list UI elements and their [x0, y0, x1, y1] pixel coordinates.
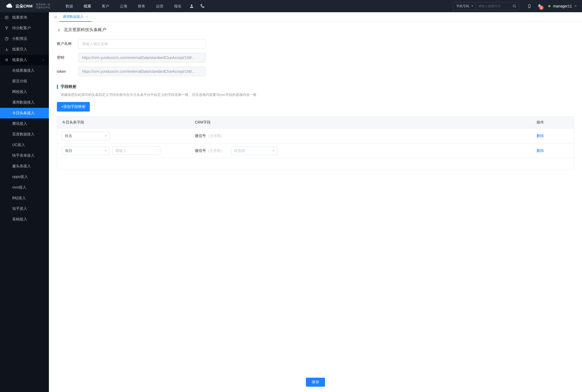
sidebar-sub-item[interactable]: 留言分组	[0, 76, 49, 87]
chevron-down-icon	[575, 6, 577, 8]
notification-badge: 5	[539, 6, 543, 10]
chevron-down-icon	[105, 135, 107, 138]
crm-field-text: 微信号（文本框）	[195, 134, 225, 138]
sidebar-sub-item[interactable]: UC接入	[0, 140, 49, 150]
sidebar-sub-item[interactable]: vivo接入	[0, 182, 49, 193]
delete-link[interactable]: 删除	[537, 148, 544, 153]
sidebar-sub-item[interactable]: 知乎接入	[0, 203, 49, 214]
close-icon[interactable]: ✕	[86, 15, 88, 19]
sidebar-sub-item[interactable]: 快手表单接入	[0, 150, 49, 161]
svg-point-1	[513, 5, 515, 7]
section-bar-icon	[57, 85, 58, 89]
user-menu[interactable]: manager11	[548, 4, 577, 8]
sidebar-icon	[4, 48, 9, 51]
logo-subtitle: 教育机构一站式服务云平台	[33, 3, 50, 9]
logo: 云朵CRM 教育机构一站式服务云平台	[5, 2, 50, 10]
crm-field-text: 微信号（文本框）	[195, 148, 225, 153]
chevron-down-icon	[105, 150, 107, 152]
sidebar-item[interactable]: 分配情况	[0, 33, 49, 44]
sidebar-icon	[4, 16, 9, 19]
sidebar-sub-item[interactable]: 今日头条接入	[0, 108, 49, 118]
tab-bar: 通用数据接入✕	[49, 12, 582, 22]
th-action: 操作	[537, 120, 574, 125]
table-empty-row	[57, 158, 574, 169]
sidebar-item[interactable]: 线索导入	[0, 44, 49, 55]
main-content: 通用数据接入✕ 北京昱新科技头条账户 账户名称 密钥 token	[49, 12, 582, 392]
sidebar: 线索查询待分配客户分配情况线索导入线索接入在线客服接入留言分组网校接入通用数据接…	[0, 12, 49, 392]
chevron-down-icon	[272, 150, 275, 152]
chevron-up-icon	[42, 59, 45, 61]
add-mapping-button[interactable]: +添加字段映射	[57, 102, 90, 112]
sidebar-sub-item[interactable]: 百度数据接入	[0, 129, 49, 140]
page-header: 北京昱新科技头条账户	[57, 27, 574, 33]
section-title: 字段映射	[61, 84, 77, 89]
section-header: 字段映射	[57, 84, 574, 89]
page-content: 北京昱新科技头条账户 账户名称 密钥 token 字段映射 请确保您在此填写的头…	[49, 22, 582, 373]
search-input[interactable]	[476, 4, 510, 8]
secret-input[interactable]	[78, 53, 206, 62]
th-crm-field: CRM字段	[190, 120, 537, 125]
nav-item[interactable]: 运营	[151, 0, 168, 12]
th-toutiao-field: 今日头条字段	[57, 120, 190, 125]
status-dot-icon	[548, 5, 550, 7]
account-name-input[interactable]	[78, 39, 206, 49]
sidebar-sub-item[interactable]: 趣头条接入	[0, 161, 49, 172]
sidebar-group[interactable]: 线索接入	[0, 55, 49, 65]
sidebar-sub-item[interactable]: 在线客服接入	[0, 65, 49, 76]
user-icon[interactable]	[186, 4, 197, 8]
nav-item[interactable]: 数据	[61, 0, 78, 12]
toutiao-field-select[interactable]: 项目	[62, 147, 110, 155]
nav-item[interactable]: 线索	[79, 0, 96, 12]
sidebar-sub-item[interactable]: B站接入	[0, 193, 49, 203]
sidebar-icon	[4, 37, 9, 41]
tabs-collapse-icon[interactable]	[52, 15, 60, 19]
nav-item[interactable]: 客户	[97, 0, 114, 12]
sidebar-sub-item[interactable]: 美柚接入	[0, 214, 49, 225]
token-input[interactable]	[78, 67, 206, 76]
page-title: 北京昱新科技头条账户	[64, 27, 106, 33]
nav-item[interactable]: 财务	[133, 0, 150, 12]
nav-item[interactable]: 报名	[169, 0, 186, 12]
table-header: 今日头条字段 CRM字段 操作	[57, 117, 574, 128]
token-label: token	[57, 69, 78, 74]
table-row: 项目微信号（文本框） 请选择删除	[57, 143, 574, 158]
tab[interactable]: 通用数据接入✕	[60, 12, 91, 22]
account-name-label: 账户名称	[57, 41, 78, 46]
table-row: 姓名微信号（文本框）删除	[57, 128, 574, 143]
plug-icon	[4, 58, 9, 62]
toutiao-field-select[interactable]: 姓名	[62, 132, 110, 140]
delete-link[interactable]: 删除	[537, 134, 544, 138]
sidebar-icon	[4, 26, 9, 30]
mapping-table: 今日头条字段 CRM字段 操作 姓名微信号（文本框）删除项目微信号（文本框） 请…	[57, 116, 574, 169]
section-description: 请确保您在此填写的头条自定义字段名称与在今日头条平台中自定义的字段名称一致，并且…	[57, 92, 574, 97]
sidebar-item[interactable]: 线索查询	[0, 12, 49, 23]
cloud-icon	[5, 2, 15, 10]
sidebar-sub-item[interactable]: oppo接入	[0, 172, 49, 182]
search-bar: 手机号码	[453, 2, 519, 10]
save-button[interactable]: 保存	[306, 378, 325, 387]
footer: 保存	[49, 373, 582, 392]
back-icon[interactable]	[57, 28, 61, 32]
username: manager11	[553, 4, 572, 8]
sidebar-sub-item[interactable]: 通用数据接入	[0, 97, 49, 108]
sidebar-sub-item[interactable]: 腾讯接入	[0, 118, 49, 129]
secret-label: 密钥	[57, 55, 78, 60]
logo-text: 云朵CRM	[15, 4, 32, 9]
search-button[interactable]	[510, 4, 519, 8]
svg-point-3	[529, 7, 530, 7]
mobile-icon[interactable]	[524, 4, 534, 8]
main-nav: 数据线索客户公海财务运营报名	[61, 0, 186, 12]
phone-icon[interactable]	[197, 4, 208, 8]
search-type-select[interactable]: 手机号码	[453, 2, 476, 10]
crm-field-select[interactable]: 请选择	[231, 147, 277, 155]
bell-icon[interactable]: 5	[534, 4, 545, 8]
sidebar-sub-item[interactable]: 网校接入	[0, 87, 49, 97]
app-header: 云朵CRM 教育机构一站式服务云平台 数据线索客户公海财务运营报名 手机号码 5…	[0, 0, 582, 12]
sidebar-item[interactable]: 待分配客户	[0, 23, 49, 33]
svg-point-0	[191, 5, 192, 6]
extra-input[interactable]	[112, 146, 160, 155]
nav-item[interactable]: 公海	[115, 0, 132, 12]
